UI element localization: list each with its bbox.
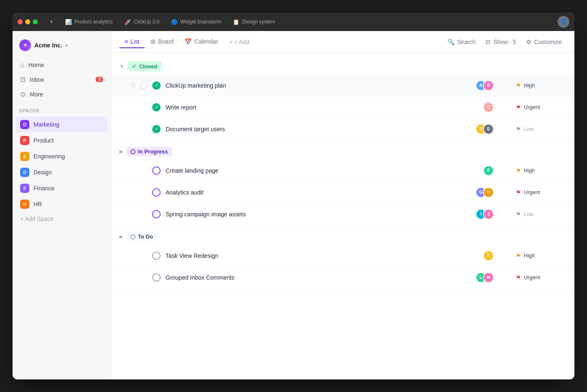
tab-icon: 📋	[233, 19, 239, 25]
close-button[interactable]	[18, 19, 23, 24]
tab-icon: 📊	[65, 19, 72, 25]
group-badge-todo: To Do	[126, 232, 157, 241]
search-icon: 🔍	[447, 39, 455, 45]
task-list: ▼ ✓ Closed ⠿ ✓ ClickUp marketing plan A	[111, 53, 574, 379]
nav-more[interactable]: ⊙ More	[16, 87, 107, 101]
chevron-right-icon: ▶	[119, 149, 123, 154]
space-avatar: F	[20, 184, 29, 193]
flag-icon: ⚑	[516, 167, 521, 174]
avatar: M	[483, 272, 494, 283]
minimize-button[interactable]	[25, 19, 30, 24]
avatar: E	[483, 124, 494, 135]
task-row[interactable]: ⠿ Analytics audit G H ⚑ Urgent	[111, 182, 574, 203]
sidebar-item-product[interactable]: P Product	[16, 132, 107, 148]
task-status-inprogress[interactable]	[152, 210, 161, 218]
task-row[interactable]: ⠿ Task View Redesign K ⚑ High	[111, 245, 574, 267]
space-avatar: D	[20, 120, 29, 129]
task-row[interactable]: ⠿ ✓ ClickUp marketing plan A B ⚑	[111, 75, 574, 96]
show-button[interactable]: ⊟ Show · 5	[481, 36, 520, 48]
inbox-icon: ⊡	[20, 75, 26, 83]
chevron-right-icon: ▶	[119, 234, 123, 239]
tab-board[interactable]: ⊞ Board	[145, 36, 179, 48]
add-space-button[interactable]: + Add Space	[16, 212, 107, 226]
user-avatar[interactable]: 👤	[558, 16, 569, 28]
sidebar-item-hr[interactable]: H HR	[16, 196, 107, 212]
add-view-button[interactable]: + + Add	[224, 36, 254, 48]
space-avatar: D	[20, 168, 29, 177]
sidebar-item-engineering[interactable]: E Engineering	[16, 148, 107, 164]
task-status-todo[interactable]	[152, 252, 161, 260]
flag-icon: ⚑	[516, 252, 521, 259]
maximize-button[interactable]	[33, 19, 38, 24]
task-assignees: F	[483, 165, 494, 176]
priority-cell: ⚑ Urgent	[516, 189, 566, 196]
sidebar-nav: ⌂ Home ⊡ Inbox 9 ⊙ More	[13, 56, 111, 103]
tab-widget[interactable]: 🔵 Widget brainstorm	[166, 17, 226, 27]
filter-icon: ⊟	[486, 39, 491, 45]
group-header-closed[interactable]: ▼ ✓ Closed	[111, 58, 574, 75]
avatar: F	[483, 165, 494, 176]
avatar: K	[483, 250, 494, 261]
settings-icon: ⚙	[526, 39, 532, 45]
task-status-todo[interactable]	[152, 273, 161, 282]
group-header-todo[interactable]: ▶ To Do	[111, 228, 574, 245]
new-tab-button[interactable]: +	[46, 16, 57, 27]
task-checkbox[interactable]	[140, 82, 147, 89]
task-status-inprogress[interactable]	[152, 166, 161, 175]
main-content: ≡ List ⊞ Board 📅 Calendar + + Add	[111, 31, 574, 379]
sidebar-item-finance[interactable]: F Finance	[16, 180, 107, 196]
inprogress-icon	[130, 149, 135, 154]
tab-list[interactable]: ≡ List	[119, 36, 145, 48]
task-row[interactable]: ⠿ ✓ Write report C ⚑ Urgent	[111, 96, 574, 118]
task-status-done[interactable]: ✓	[152, 103, 161, 112]
priority-cell: ⚑ High	[516, 82, 566, 89]
group-header-inprogress[interactable]: ▶ In Progress	[111, 143, 574, 160]
priority-cell: ⚑ Urgent	[516, 274, 566, 281]
task-row[interactable]: ⠿ Spring campaign image assets I J ⚑	[111, 203, 574, 225]
todo-icon	[130, 234, 135, 239]
priority-cell: ⚑ Urgent	[516, 104, 566, 111]
sidebar-item-marketing[interactable]: D Marketing	[16, 117, 107, 132]
group-badge-inprogress: In Progress	[126, 147, 172, 156]
avatar: J	[483, 209, 494, 220]
sidebar: ✦ Acme Inc. ▾ ⌂ Home ⊡ Inbox 9 ⊙ More	[13, 31, 111, 379]
tab-clickup[interactable]: 🚀 ClickUp 3.0	[119, 17, 164, 27]
nav-home[interactable]: ⌂ Home	[16, 58, 107, 72]
flag-icon: ⚑	[516, 104, 521, 111]
avatar: C	[483, 102, 494, 113]
drag-handle-icon: ⠿	[131, 82, 135, 89]
task-assignees: G H	[475, 187, 494, 198]
board-icon: ⊞	[151, 38, 156, 45]
plus-icon: +	[229, 39, 232, 45]
spaces-section-label: Spaces	[13, 103, 111, 115]
task-assignees: A B	[475, 80, 494, 91]
task-row[interactable]: ⠿ ✓ Document target users D E ⚑	[111, 118, 574, 140]
customize-button[interactable]: ⚙ Customize	[522, 36, 566, 48]
avatar: H	[483, 187, 494, 198]
task-assignees: L M	[475, 272, 494, 283]
org-selector[interactable]: ✦ Acme Inc. ▾	[13, 36, 111, 56]
nav-inbox[interactable]: ⊡ Inbox 9	[16, 72, 107, 87]
spaces-list: D Marketing P Product E Engineering D De…	[13, 115, 111, 227]
task-status-done[interactable]: ✓	[152, 125, 161, 133]
priority-cell: ⚑ High	[516, 252, 566, 259]
search-button[interactable]: 🔍 Search	[443, 36, 480, 48]
task-assignees: C	[483, 102, 494, 113]
tab-calendar[interactable]: 📅 Calendar	[179, 36, 223, 48]
task-row[interactable]: ⠿ Grouped Inbox Comments L M ⚑	[111, 267, 574, 288]
tab-design[interactable]: 📋 Design system	[228, 17, 280, 27]
task-status-done[interactable]: ✓	[152, 81, 161, 90]
titlebar: + 📊 Product analytics 🚀 ClickUp 3.0 🔵 Wi…	[13, 13, 574, 31]
org-logo: ✦	[19, 39, 31, 51]
flag-icon: ⚑	[516, 211, 521, 218]
task-status-inprogress[interactable]	[152, 188, 161, 197]
sidebar-item-design[interactable]: D Design	[16, 164, 107, 180]
list-icon: ≡	[125, 38, 128, 45]
flag-icon: ⚑	[516, 82, 521, 89]
traffic-lights	[18, 19, 38, 24]
task-row[interactable]: ⠿ Create landing page F ⚑ High	[111, 160, 574, 182]
space-avatar: H	[20, 200, 29, 209]
org-name: Acme Inc.	[34, 42, 62, 49]
tab-product-analytics[interactable]: 📊 Product analytics	[60, 17, 117, 27]
flag-icon: ⚑	[516, 189, 521, 196]
